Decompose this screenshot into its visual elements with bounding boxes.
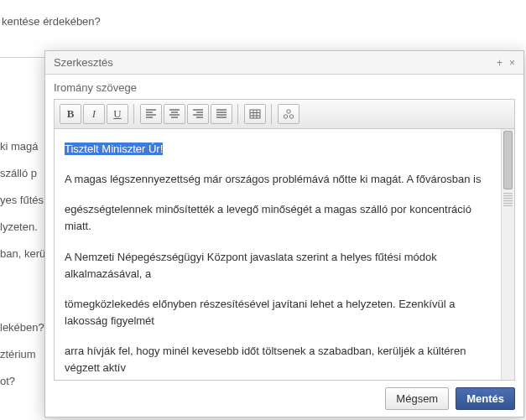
editor-content[interactable]: Tisztelt Miniszter Úr! A magas légszenny… [55,129,501,380]
svg-point-21 [287,110,290,113]
field-label: Iromány szövege [45,75,523,99]
editor-toolbar: B I U [55,100,514,129]
paragraph: tömegközlekedés előnyben részesítésével … [65,296,491,329]
svg-point-22 [284,115,287,118]
bold-button[interactable]: B [60,104,81,124]
edit-dialog: Szerkesztés + × Iromány szövege B I U [44,50,524,417]
svg-rect-16 [250,110,260,118]
scrollbar-thumb[interactable] [503,131,513,189]
save-button[interactable]: Mentés [456,387,515,410]
svg-point-23 [289,115,293,118]
italic-button[interactable]: I [83,104,105,124]
align-right-button[interactable] [187,104,209,124]
align-left-button[interactable] [140,104,162,124]
paragraph: A magas légszennyezettség már országos p… [65,171,491,188]
dialog-footer: Mégsem Mentés [45,381,523,417]
underline-button[interactable]: U [107,104,128,124]
dialog-titlebar[interactable]: Szerkesztés + × [45,51,523,75]
scrollbar[interactable] [501,129,514,380]
bg-text: kentése érdekében? [0,8,526,35]
special-button[interactable] [278,104,299,124]
close-icon[interactable]: × [509,58,515,68]
dialog-title-text: Szerkesztés [54,56,113,69]
selected-text: Tisztelt Miniszter Úr! [65,143,163,155]
rich-text-editor: B I U [54,99,515,381]
paragraph: egészségtelennek minősítették a levegő m… [65,201,491,235]
paragraph: A Nemzeti Népegészségügyi Központ javasl… [65,249,491,283]
align-center-button[interactable] [164,104,185,124]
maximize-icon[interactable]: + [497,58,503,68]
table-button[interactable] [244,104,266,124]
align-justify-button[interactable] [211,104,232,124]
divider [0,57,46,58]
paragraph: arra hívják fel, hogy minél kevesebb idő… [65,343,491,376]
cancel-button[interactable]: Mégsem [385,387,449,410]
scrollbar-grip [503,193,513,206]
